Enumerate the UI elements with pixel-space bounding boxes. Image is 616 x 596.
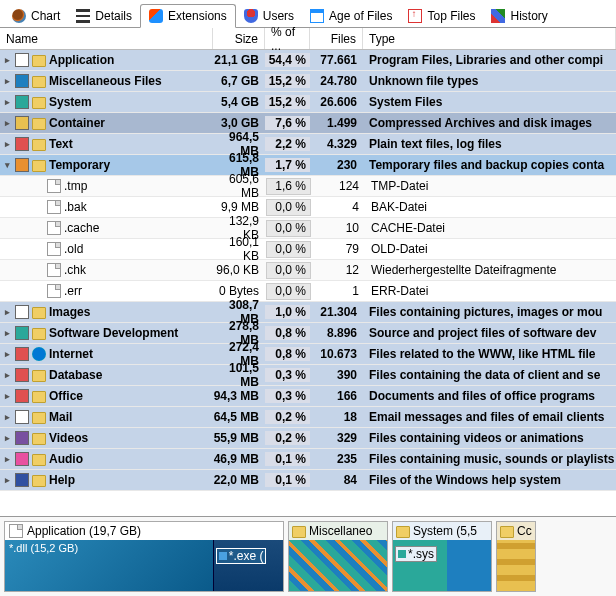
row-name: Help [49,473,75,487]
folder-icon [32,160,46,172]
tab-history[interactable]: History [483,5,555,27]
row-pct: 7,6 % [265,116,310,130]
row-files: 21.304 [310,305,363,319]
expand-arrow-icon[interactable]: ▸ [2,328,12,338]
chart-icon [12,9,26,23]
tab-label: Extensions [168,9,227,23]
row-type: Files of the Windows help system [363,473,616,487]
expand-arrow-icon[interactable]: ▸ [2,76,12,86]
expand-arrow-icon[interactable]: ▸ [2,307,12,317]
category-row[interactable]: ▸Container3,0 GB7,6 %1.499Compressed Arc… [0,113,616,134]
category-row[interactable]: ▸Internet272,4 MB0,8 %10.673Files relate… [0,344,616,365]
tab-details[interactable]: Details [68,5,140,27]
category-row[interactable]: ▸Images308,7 MB1,0 %21.304Files containi… [0,302,616,323]
row-size: 22,0 MB [213,473,265,487]
category-row[interactable]: ▸Videos55,9 MB0,2 %329Files containing v… [0,428,616,449]
color-swatch [15,347,29,361]
folder-icon [32,97,46,109]
row-files: 18 [310,410,363,424]
row-type: Wiederhergestellte Dateifragmente [365,263,616,277]
row-name: Temporary [49,158,110,172]
tab-top[interactable]: Top Files [400,5,483,27]
tab-chart[interactable]: Chart [4,5,68,27]
tab-extensions[interactable]: Extensions [140,4,236,28]
row-pct: 0,1 % [265,473,310,487]
treemap-application[interactable]: *.dll (15,2 GB) *.exe ( [5,540,283,591]
footer-panel-application[interactable]: Application (19,7 GB) *.dll (15,2 GB) *.… [4,521,284,592]
color-swatch [15,410,29,424]
expand-arrow-icon[interactable]: ▸ [2,454,12,464]
row-size: 96,0 KB [213,263,265,277]
expand-arrow-icon[interactable]: ▸ [2,370,12,380]
row-type: BAK-Datei [365,200,616,214]
expand-arrow-icon[interactable]: ▸ [2,139,12,149]
expand-arrow-icon[interactable]: ▸ [2,433,12,443]
expand-arrow-icon[interactable]: ▸ [2,475,12,485]
category-row[interactable]: ▸Text964,5 MB2,2 %4.329Plain text files,… [0,134,616,155]
history-icon [491,9,505,23]
expand-arrow-icon[interactable]: ▾ [2,160,12,170]
expand-arrow-icon[interactable]: ▸ [2,55,12,65]
row-name: Software Development [49,326,178,340]
row-size: 101,5 MB [213,361,265,389]
header-name[interactable]: Name [0,28,213,49]
color-swatch [15,368,29,382]
expand-arrow-icon[interactable]: ▸ [2,118,12,128]
row-name: Container [49,116,105,130]
category-row[interactable]: ▸Application21,1 GB54,4 %77.661Program F… [0,50,616,71]
footer-panel-cc[interactable]: Cc× [496,521,536,592]
row-files: 77.661 [310,53,363,67]
expand-arrow-icon[interactable]: ▸ [2,412,12,422]
category-row[interactable]: ▸Help22,0 MB0,1 %84Files of the Windows … [0,470,616,491]
row-pct: 15,2 % [265,74,310,88]
category-row[interactable]: ▾Temporary615,8 MB1,7 %230Temporary file… [0,155,616,176]
color-swatch [15,326,29,340]
extension-row[interactable]: .bak9,9 MB0,0 %4BAK-Datei [0,197,616,218]
tab-age[interactable]: Age of Files [302,5,400,27]
footer-panel-system[interactable]: System (5,5 *.sys [392,521,492,592]
color-swatch [15,137,29,151]
row-files: 24.780 [310,74,363,88]
extension-row[interactable]: .err0 Bytes0,0 %1ERR-Datei [0,281,616,302]
category-row[interactable]: ▸Audio46,9 MB0,1 %235Files containing mu… [0,449,616,470]
row-name: Audio [49,452,83,466]
panel-label: Miscellaneo [309,524,372,538]
row-size: 46,9 MB [213,452,265,466]
row-size: 9,9 MB [213,200,265,214]
category-row[interactable]: ▸System5,4 GB15,2 %26.606System Files [0,92,616,113]
folder-icon [396,526,410,538]
row-type: Files containing pictures, images or mou [363,305,616,319]
header-type[interactable]: Type [363,28,616,49]
row-files: 84 [310,473,363,487]
row-pct: 1,0 % [265,305,310,319]
row-type: Unknown file types [363,74,616,88]
category-row[interactable]: ▸Mail64,5 MB0,2 %18Email messages and fi… [0,407,616,428]
folder-icon [32,454,46,466]
row-type: ERR-Datei [365,284,616,298]
expand-arrow-icon[interactable]: ▸ [2,349,12,359]
extension-row[interactable]: .tmp605,6 MB1,6 %124TMP-Datei [0,176,616,197]
category-row[interactable]: ▸Database101,5 MB0,3 %390Files containin… [0,365,616,386]
category-row[interactable]: ▸Software Development278,8 MB0,8 %8.896S… [0,323,616,344]
header-files[interactable]: Files [310,28,363,49]
expand-arrow-icon[interactable]: ▸ [2,391,12,401]
row-files: 26.606 [310,95,363,109]
category-row[interactable]: ▸Office94,3 MB0,3 %166Documents and file… [0,386,616,407]
row-files: 4 [312,200,365,214]
row-pct: 0,2 % [265,431,310,445]
edge-icon [32,347,46,361]
expand-arrow-icon[interactable]: ▸ [2,97,12,107]
header-size[interactable]: Size [213,28,265,49]
header-pct[interactable]: % of ... [265,28,310,49]
extension-row[interactable]: .old160,1 KB0,0 %79OLD-Datei [0,239,616,260]
footer-panel-misc[interactable]: Miscellaneo [288,521,388,592]
extension-row[interactable]: .chk96,0 KB0,0 %12Wiederhergestellte Dat… [0,260,616,281]
row-files: 230 [310,158,363,172]
app-icon [9,524,23,538]
top-icon [408,9,422,23]
row-files: 10.673 [310,347,363,361]
category-row[interactable]: ▸Miscellaneous Files6,7 GB15,2 %24.780Un… [0,71,616,92]
row-pct: 0,0 % [266,241,311,258]
panel-label: Cc [517,524,532,538]
extension-row[interactable]: .cache132,9 KB0,0 %10CACHE-Datei [0,218,616,239]
